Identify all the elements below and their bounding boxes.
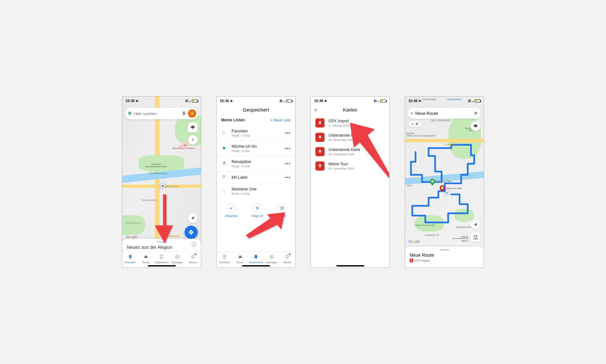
tab-route[interactable]: Route (138, 252, 154, 266)
tab-saved[interactable]: Gespeichert (248, 252, 264, 266)
list-row-want-to-go[interactable]: ⚑ Möchte ich hinPrivat · 0 Orte ••• (217, 141, 295, 156)
signal-icon: 𝗜𝗹 (468, 99, 471, 103)
status-bar: 15:35➤ 𝗜𝗹⌵ (311, 97, 389, 105)
tab-explore[interactable]: Erkunden (217, 252, 232, 266)
search-bar[interactable]: Hier suchen A (125, 108, 198, 119)
map-label-umgebung: te Umgebung (163, 235, 179, 237)
bottom-sheet[interactable]: Neues aus der Region i (122, 239, 201, 252)
list-row-starred[interactable]: ☆ Markierte OrtePrivat · 0 Orte (217, 184, 295, 199)
info-icon[interactable]: i (192, 242, 196, 247)
maps-header: ‹ Karten (311, 105, 389, 116)
directions-fab[interactable] (185, 226, 198, 239)
sheet-title: Neues aus der Region (127, 245, 196, 250)
list-row-travel-plans[interactable]: ReiseplänePrivat · 0 Orte ••• (217, 156, 295, 172)
start-pin-icon[interactable] (430, 179, 435, 186)
map-title: GPX Import (328, 119, 349, 123)
location-services-icon: ➤ (324, 99, 327, 103)
tab-saved[interactable]: Gespeichert (154, 252, 169, 266)
list-row-labeled[interactable]: Mit Label ••• (217, 172, 295, 184)
label-flag-icon (221, 175, 227, 180)
profile-avatar[interactable]: A (188, 109, 196, 118)
action-following[interactable]: Folge ich (251, 203, 264, 218)
tab-contribute[interactable]: Beitragen (170, 252, 185, 266)
more-icon[interactable]: ••• (285, 175, 291, 180)
svg-rect-2 (223, 162, 225, 164)
action-timeline[interactable]: Zeitachse (225, 203, 237, 218)
layers-button[interactable] (471, 121, 480, 131)
map-date: 25. November 2022 (328, 138, 360, 142)
map-label-hof: HOF (407, 185, 412, 187)
timeline-icon (226, 203, 236, 213)
google-maps-logo-icon (128, 111, 132, 116)
weather-icon: ⛅ (411, 122, 415, 126)
sheet-handle[interactable] (440, 249, 449, 250)
saved-header: Gespeichert (217, 105, 295, 116)
start-pin-label: Start von "new" (436, 180, 452, 182)
more-icon[interactable]: ••• (285, 146, 291, 151)
route-title: Neue Route (415, 111, 474, 116)
phone-4-route-view: Dudenstraße Columbiahalle NEU-TEMPELHOF … (405, 96, 484, 268)
notification-dot (289, 253, 291, 255)
back-button[interactable]: ‹ (411, 110, 413, 116)
pin-icon (128, 254, 133, 260)
map-row-meine-tour[interactable]: Meine Tour25. November 2022 (311, 159, 389, 173)
bottom-sheet[interactable]: Neue Route GPX Import (405, 247, 484, 267)
hospital-pin-icon[interactable]: H (182, 142, 188, 148)
list-row-favorites[interactable]: ♡ FavoritenPrivat · 0 Orte ••• (217, 126, 295, 141)
home-indicator (336, 265, 364, 266)
lists-section-header: Meine Listen + Neue Liste (217, 116, 295, 126)
plus-circle-icon (175, 254, 180, 260)
tab-updates[interactable]: Neues (280, 252, 295, 266)
list-sub: Privat · 0 Orte (232, 192, 291, 195)
weather-chip[interactable]: ⛅6° (408, 121, 422, 127)
map-label-ufafabrik: ufaFabrik - Internationales Kultur... (145, 163, 169, 168)
wifi-icon: ⌵ (189, 99, 191, 103)
tab-route[interactable]: Route (232, 252, 248, 266)
action-maps[interactable]: Karten (277, 203, 287, 218)
google-watermark: Google (408, 239, 420, 243)
signal-icon: 𝗜𝗹 (185, 99, 188, 103)
new-list-button[interactable]: + Neue Liste (270, 118, 291, 122)
tab-explore[interactable]: Erkunden (122, 252, 138, 266)
bookmark-icon (159, 254, 164, 260)
my-location-button[interactable] (471, 220, 480, 230)
battery-icon (475, 99, 480, 102)
end-pin-icon[interactable] (440, 185, 445, 192)
star-icon: ☆ (221, 189, 227, 194)
map-label-mariendorf: MARIENDORF (456, 226, 471, 228)
heart-icon: ♡ (221, 131, 227, 136)
notification-dot (195, 253, 196, 255)
map-row-gpx-import[interactable]: GPX Import2. Februar 2023 (311, 116, 389, 130)
list-title: Reisepläne (232, 159, 285, 164)
map-label-fitx: FitX Fitnessstudio (149, 172, 167, 174)
compass-button[interactable] (188, 135, 198, 145)
map-date: 25. November 2022 (328, 167, 354, 170)
car-icon (144, 254, 148, 260)
status-bar: 15:35➤ 𝗜𝗹⌵ (122, 97, 201, 105)
follow-icon (252, 203, 262, 213)
layers-button[interactable] (188, 123, 198, 132)
map-label-kreuz: Heilig-Kreuz-Ki... (126, 222, 143, 224)
close-button[interactable]: ✕ (474, 110, 478, 116)
map-icon (277, 203, 287, 213)
live-view-button[interactable]: LIVE (471, 232, 480, 242)
back-button[interactable]: ‹ (315, 106, 317, 113)
tab-updates[interactable]: Neues (185, 252, 201, 266)
status-time: 15:35 (220, 99, 229, 103)
map-title: Unbenannte Karte (328, 147, 360, 152)
tab-contribute[interactable]: Beitragen (264, 252, 280, 266)
sheet-handle[interactable] (157, 241, 167, 243)
pin-icon (222, 254, 227, 260)
map-pin-icon (315, 147, 325, 156)
my-location-button[interactable] (188, 213, 198, 223)
tab-label: Neues (189, 261, 197, 264)
temperature: 6° (416, 122, 419, 126)
tab-label: Gespeichert (155, 261, 169, 264)
map-row-unnamed-1[interactable]: Unbenannte Karte25. November 2022 (311, 130, 389, 144)
more-icon[interactable]: ••• (285, 130, 291, 136)
more-icon[interactable]: ••• (285, 161, 291, 166)
map-row-unnamed-2[interactable]: Unbenannte Karte25. November 2022 (311, 144, 389, 159)
plus-circle-icon (269, 254, 274, 260)
microphone-icon[interactable] (181, 111, 187, 116)
svg-rect-14 (476, 236, 477, 237)
